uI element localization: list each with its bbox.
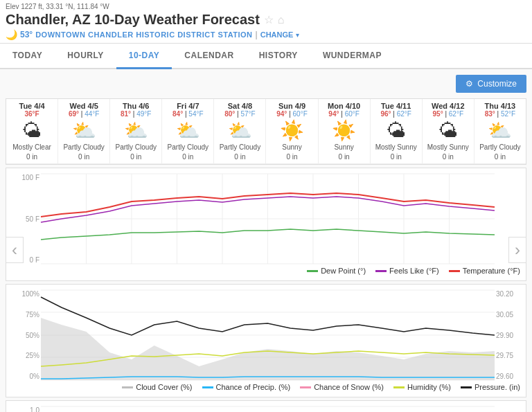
humidity-legend: Humidity (%) bbox=[393, 383, 451, 391]
station-name: DOWNTOWN CHANDLER HISTORIC DISTRICT STAT… bbox=[35, 30, 252, 39]
precip-chance-color bbox=[202, 386, 213, 388]
current-temp: 53° bbox=[20, 30, 33, 39]
day-col-9[interactable]: Thu 4/13 83° | 52°F ⛅ Partly Cloudy 0 in bbox=[475, 99, 526, 163]
day-label: Mon 4/10 bbox=[320, 102, 369, 110]
forecast-table: Tue 4/4 36°F 🌤 Mostly Clear 0 in Wed 4/5… bbox=[6, 98, 526, 165]
low-temp: 54°F bbox=[188, 110, 203, 118]
accum-y-axis: 1.0 0.5 0.0 bbox=[13, 406, 39, 412]
weather-icon: ⛅ bbox=[60, 119, 108, 142]
high-temp: 69° bbox=[69, 110, 79, 118]
low-temp: 62°F bbox=[397, 110, 411, 118]
forecast-days-row: Tue 4/4 36°F 🌤 Mostly Clear 0 in Wed 4/5… bbox=[6, 99, 526, 164]
tab-hourly[interactable]: HOURLY bbox=[55, 44, 116, 69]
precip-text: 0 in bbox=[112, 153, 160, 161]
change-link[interactable]: CHANGE bbox=[260, 30, 294, 39]
next-arrow[interactable]: › bbox=[508, 237, 526, 263]
condition-text: Mostly Sunny bbox=[424, 143, 472, 152]
snow-chance-label: Chance of Snow (%) bbox=[314, 383, 384, 391]
day-col-1[interactable]: Wed 4/5 69° | 44°F ⛅ Partly Cloudy 0 in bbox=[58, 99, 110, 163]
precip-text: 0 in bbox=[60, 153, 108, 161]
condition-text: Mostly Clear bbox=[8, 143, 56, 152]
day-col-3[interactable]: Fri 4/7 84° | 54°F ⛅ Partly Cloudy 0 in bbox=[162, 99, 214, 163]
day-temps: 94° | 60°F bbox=[320, 110, 369, 118]
feels-like-color bbox=[375, 270, 387, 272]
feels-like-legend: Feels Like (°F) bbox=[375, 267, 439, 275]
precip-text: 0 in bbox=[267, 153, 316, 161]
day-col-7[interactable]: Tue 4/11 96° | 62°F 🌤 Mostly Sunny 0 in bbox=[371, 99, 423, 163]
divider: | bbox=[256, 30, 258, 39]
day-temps: 80° | 57°F bbox=[215, 110, 264, 118]
prev-arrow[interactable]: ‹ bbox=[6, 237, 24, 263]
low-temp: 62°F bbox=[449, 110, 463, 118]
top-bar: Elev 1227 ft, 33.31 °N, 111.84 °W Chandl… bbox=[0, 0, 532, 44]
high-temp: 94° bbox=[328, 110, 339, 118]
forecast-container: ‹ › Tue 4/4 36°F 🌤 Mostly Clear 0 in Wed… bbox=[6, 98, 526, 165]
pressure-color bbox=[461, 386, 472, 388]
weather-icon: 🌤 bbox=[424, 119, 472, 142]
day-label: Tue 4/11 bbox=[372, 102, 420, 110]
home-icon[interactable]: ⌂ bbox=[278, 14, 285, 26]
day-temps: 84° | 54°F bbox=[163, 110, 212, 118]
customize-button[interactable]: ⚙ Customize bbox=[456, 75, 526, 93]
condition-text: Sunny bbox=[267, 143, 316, 152]
snow-chance-legend: Chance of Snow (%) bbox=[300, 383, 384, 391]
day-label: Sun 4/9 bbox=[267, 102, 316, 110]
day-temps: 81° | 49°F bbox=[112, 110, 160, 118]
high-temp: 95° bbox=[433, 110, 443, 118]
day-label: Wed 4/12 bbox=[424, 102, 472, 110]
day-label: Sat 4/8 bbox=[215, 102, 264, 110]
day-col-6[interactable]: Mon 4/10 94° | 60°F ☀️ Sunny 0 in bbox=[319, 99, 371, 163]
condition-text: Partly Cloudy bbox=[112, 143, 160, 152]
day-label: Tue 4/4 bbox=[8, 102, 56, 110]
accum-chart-svg bbox=[41, 406, 495, 412]
tab-today[interactable]: TODAY bbox=[0, 44, 55, 69]
temperature-label: Temperature (°F) bbox=[463, 267, 520, 275]
dew-point-legend: Dew Point (°) bbox=[307, 267, 366, 275]
precip-y-axis: 100% 75% 50% 25% 0% bbox=[13, 290, 39, 380]
tab-history[interactable]: HISTORY bbox=[247, 44, 310, 69]
day-label: Wed 4/5 bbox=[60, 102, 108, 110]
high-temp: 84° bbox=[172, 110, 183, 118]
customize-label: Customize bbox=[477, 79, 517, 89]
day-temps: 69° | 44°F bbox=[60, 110, 108, 118]
high-temp: 36°F bbox=[24, 110, 39, 118]
low-temp: 60°F bbox=[345, 110, 360, 118]
day-col-0[interactable]: Tue 4/4 36°F 🌤 Mostly Clear 0 in bbox=[6, 99, 58, 163]
pressure-label: Pressure. (in) bbox=[475, 383, 520, 391]
day-col-8[interactable]: Wed 4/12 95° | 62°F 🌤 Mostly Sunny 0 in bbox=[423, 99, 475, 163]
low-temp: 57°F bbox=[240, 110, 255, 118]
elevation-text: Elev 1227 ft, 33.31 °N, 111.84 °W bbox=[6, 3, 526, 10]
precip-text: 0 in bbox=[8, 153, 56, 161]
precip-chart-svg bbox=[41, 290, 495, 380]
nav-tabs: TODAY HOURLY 10-DAY CALENDAR HISTORY WUN… bbox=[0, 44, 532, 69]
precip-text: 0 in bbox=[476, 153, 524, 161]
day-label: Fri 4/7 bbox=[163, 102, 212, 110]
tab-wundermap[interactable]: WUNDERMAP bbox=[310, 44, 394, 69]
tab-calendar[interactable]: CALENDAR bbox=[172, 44, 246, 69]
temperature-color bbox=[449, 270, 460, 272]
weather-icon: ⛅ bbox=[476, 119, 524, 142]
low-temp: 52°F bbox=[501, 110, 515, 118]
condition-text: Partly Cloudy bbox=[163, 143, 212, 152]
weather-icon: 🌤 bbox=[372, 119, 420, 142]
day-col-4[interactable]: Sat 4/8 80° | 57°F ⛅ Partly Cloudy 0 in bbox=[214, 99, 266, 163]
temp-chart-legend: Dew Point (°) Feels Like (°F) Temperatur… bbox=[6, 264, 526, 278]
star-icon[interactable]: ☆ bbox=[264, 13, 274, 26]
moon-icon: 🌙 bbox=[6, 29, 17, 40]
day-col-2[interactable]: Thu 4/6 81° | 49°F ⛅ Partly Cloudy 0 in bbox=[110, 99, 162, 163]
weather-icon: ⛅ bbox=[112, 119, 160, 142]
weather-icon: ☀️ bbox=[320, 119, 369, 142]
precip-chart-legend: Cloud Cover (%) Chance of Precip. (%) Ch… bbox=[6, 380, 526, 394]
content-area: ⚙ Customize ‹ › Tue 4/4 36°F 🌤 Mostly Cl… bbox=[0, 69, 532, 412]
precip-text: 0 in bbox=[424, 153, 472, 161]
tab-10day[interactable]: 10-DAY bbox=[116, 44, 172, 69]
condition-text: Partly Cloudy bbox=[215, 143, 264, 152]
cloud-cover-legend: Cloud Cover (%) bbox=[122, 383, 192, 391]
condition-text: Mostly Sunny bbox=[372, 143, 420, 152]
precip-chance-label: Chance of Precip. (%) bbox=[216, 383, 291, 391]
condition-text: Partly Cloudy bbox=[476, 143, 524, 152]
weather-icon: ☀️ bbox=[267, 119, 316, 142]
weather-icon: ⛅ bbox=[215, 119, 264, 142]
day-col-5[interactable]: Sun 4/9 94° | 60°F ☀️ Sunny 0 in bbox=[266, 99, 318, 163]
day-temps: 94° | 60°F bbox=[267, 110, 316, 118]
